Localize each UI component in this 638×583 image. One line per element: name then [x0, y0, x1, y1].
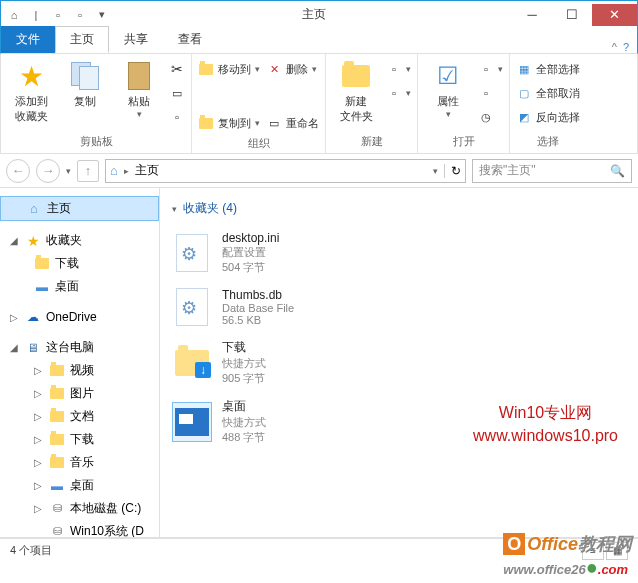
breadcrumb-location[interactable]: 主页 [135, 162, 159, 179]
search-icon[interactable]: 🔍 [610, 164, 625, 178]
titlebar: ⌂ | ▫ ▫ ▾ 主页 ─ ☐ ✕ [0, 0, 638, 28]
open-icon: ▫ [478, 61, 494, 77]
desktop-shortcut-icon [175, 408, 209, 436]
new-folder-button[interactable]: 新建 文件夹 [332, 58, 380, 124]
edit-icon: ▫ [478, 85, 494, 101]
paste-shortcut-button[interactable]: ▫ [169, 106, 185, 128]
clipboard-icon [128, 62, 150, 90]
addr-dropdown-icon[interactable]: ▾ [433, 166, 438, 176]
expand-icon[interactable]: ▷ [34, 365, 44, 376]
star-icon: ★ [19, 60, 44, 93]
selectnone-label: 全部取消 [536, 86, 580, 101]
up-button[interactable]: ↑ [77, 160, 99, 182]
properties-button[interactable]: ☑ 属性 ▾ [424, 58, 472, 119]
navitem-label: 图片 [70, 385, 94, 402]
invert-label: 反向选择 [536, 110, 580, 125]
expand-icon[interactable]: ◢ [10, 342, 20, 353]
file-item-desktop-ini[interactable]: desktop.ini 配置设置 504 字节 [172, 225, 626, 281]
content-pane: ▾ 收藏夹 (4) desktop.ini 配置设置 504 字节 Thumbs… [160, 188, 638, 537]
expand-icon[interactable]: ▷ [10, 312, 20, 323]
navitem-music[interactable]: ▷音乐 [0, 451, 159, 474]
navitem-desktop[interactable]: ▬桌面 [0, 275, 159, 298]
cut-button[interactable]: ✂ [169, 58, 185, 80]
select-none-button[interactable]: ▢全部取消 [516, 82, 580, 104]
navitem-onedrive[interactable]: ▷☁OneDrive [0, 306, 159, 328]
download-folder-icon [175, 350, 209, 376]
address-bar[interactable]: ⌂ ▸ 主页 ▾ ↻ [105, 159, 466, 183]
group-new: 新建 文件夹 ▫▾ ▫▾ 新建 [326, 54, 418, 153]
ribbon-collapse-icon[interactable]: ^ [612, 41, 617, 53]
address-bar-row: ← → ▾ ↑ ⌂ ▸ 主页 ▾ ↻ 搜索"主页" 🔍 [0, 154, 638, 188]
navitem-home[interactable]: ⌂主页 [0, 196, 159, 221]
tab-file[interactable]: 文件 [1, 26, 55, 53]
tab-view[interactable]: 查看 [163, 26, 217, 53]
folder-icon[interactable]: ▫ [71, 6, 89, 24]
edit-button[interactable]: ▫ [478, 82, 503, 104]
home-icon: ⌂ [110, 163, 118, 178]
copy-to-button[interactable]: 复制到▾ [198, 112, 260, 134]
file-item-thumbs-db[interactable]: Thumbs.db Data Base File 56.5 KB [172, 281, 626, 333]
delete-label: 删除 [286, 62, 308, 77]
rename-button[interactable]: ▭重命名 [266, 112, 319, 134]
copy-path-button[interactable]: ▭ [169, 82, 185, 104]
paste-button[interactable]: 粘贴 ▾ [115, 58, 163, 119]
home-icon[interactable]: ⌂ [5, 6, 23, 24]
folder-icon [49, 455, 65, 471]
navitem-pictures[interactable]: ▷图片 [0, 382, 159, 405]
navitem-desktop2[interactable]: ▷▬桌面 [0, 474, 159, 497]
expand-icon[interactable]: ▷ [34, 480, 44, 491]
close-button[interactable]: ✕ [592, 4, 637, 26]
navitem-label: 下载 [55, 255, 79, 272]
select-all-button[interactable]: ▦全部选择 [516, 58, 580, 80]
desktop-icon: ▬ [34, 279, 50, 295]
expand-icon[interactable]: ◢ [10, 235, 20, 246]
navitem-label: 文档 [70, 408, 94, 425]
navitem-documents[interactable]: ▷文档 [0, 405, 159, 428]
tab-home[interactable]: 主页 [55, 26, 109, 53]
db-file-icon [176, 288, 208, 326]
navitem-downloads[interactable]: 下载 [0, 252, 159, 275]
invert-icon: ◩ [516, 109, 532, 125]
expand-icon[interactable]: ▷ [34, 434, 44, 445]
search-input[interactable]: 搜索"主页" 🔍 [472, 159, 632, 183]
file-item-downloads[interactable]: 下载 快捷方式 905 字节 [172, 333, 626, 392]
expand-icon[interactable]: ▷ [34, 503, 44, 514]
navitem-label: 视频 [70, 362, 94, 379]
move-to-button[interactable]: 移动到▾ [198, 58, 260, 80]
help-icon[interactable]: ? [623, 41, 629, 53]
cloud-icon: ☁ [25, 309, 41, 325]
moveto-icon [198, 61, 214, 77]
navitem-localdisk[interactable]: ▷⛁本地磁盘 (C:) [0, 497, 159, 520]
forward-button[interactable]: → [36, 159, 60, 183]
minimize-button[interactable]: ─ [512, 4, 552, 26]
new-item-button[interactable]: ▫▾ [386, 58, 411, 80]
navitem-thispc[interactable]: ◢🖥这台电脑 [0, 336, 159, 359]
copy-label: 复制 [74, 94, 96, 109]
pin-to-favorites-button[interactable]: ★ 添加到 收藏夹 [7, 58, 55, 124]
history-button[interactable]: ◷ [478, 106, 503, 128]
back-button[interactable]: ← [6, 159, 30, 183]
copy-button[interactable]: 复制 [61, 58, 109, 109]
navitem-win10sys[interactable]: ⛁Win10系统 (D [0, 520, 159, 537]
easy-access-button[interactable]: ▫▾ [386, 82, 411, 104]
navitem-favorites[interactable]: ◢★收藏夹 [0, 229, 159, 252]
history-dropdown-icon[interactable]: ▾ [66, 166, 71, 176]
navitem-downloads2[interactable]: ▷下载 [0, 428, 159, 451]
section-header[interactable]: ▾ 收藏夹 (4) [172, 196, 626, 225]
qat-sep: | [27, 6, 45, 24]
watermark: Win10专业网 www.windows10.pro [473, 402, 618, 447]
maximize-button[interactable]: ☐ [552, 4, 592, 26]
open-button[interactable]: ▫▾ [478, 58, 503, 80]
file-size: 905 字节 [222, 371, 266, 386]
expand-icon[interactable]: ▷ [34, 457, 44, 468]
section-title: 收藏夹 (4) [183, 200, 237, 217]
expand-icon[interactable]: ▷ [34, 388, 44, 399]
tab-share[interactable]: 共享 [109, 26, 163, 53]
qat-dropdown-icon[interactable]: ▾ [93, 6, 111, 24]
invert-selection-button[interactable]: ◩反向选择 [516, 106, 580, 128]
doc-icon[interactable]: ▫ [49, 6, 67, 24]
refresh-icon[interactable]: ↻ [444, 164, 461, 178]
delete-button[interactable]: ✕删除▾ [266, 58, 319, 80]
expand-icon[interactable]: ▷ [34, 411, 44, 422]
navitem-videos[interactable]: ▷视频 [0, 359, 159, 382]
